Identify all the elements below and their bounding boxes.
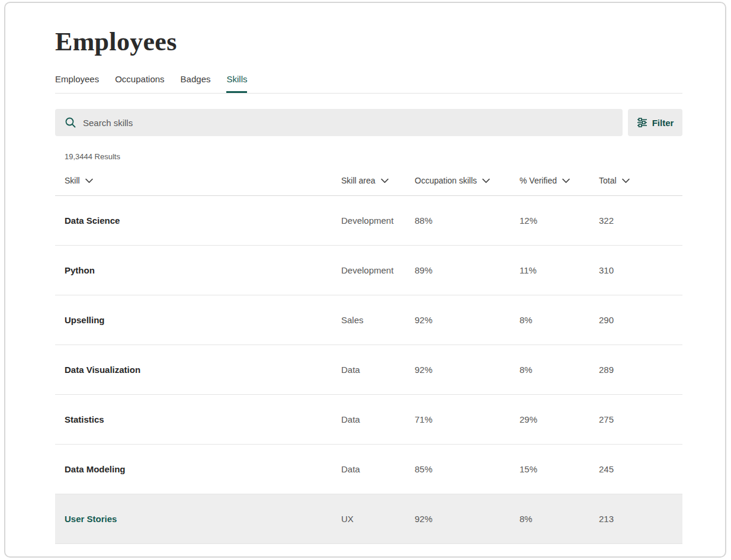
tab-bar: EmployeesOccupationsBadgesSkills [55, 74, 682, 94]
cell-skill[interactable]: Python [65, 265, 341, 275]
column-header-label: Occupation skills [415, 176, 477, 185]
cell-skill[interactable]: Data Science [65, 215, 341, 226]
table-row[interactable]: Statistics Data 71% 29% 275 [55, 395, 682, 445]
cell-skill[interactable]: Statistics [65, 414, 341, 424]
tab-badges[interactable]: Badges [181, 74, 211, 93]
column-header-label: Total [599, 176, 617, 185]
cell-occupation-skills: 92% [415, 315, 520, 325]
table-body: Data Science Development 88% 12% 322 Pyt… [55, 196, 682, 544]
cell-occupation-skills: 92% [415, 365, 520, 375]
main-content: Employees EmployeesOccupationsBadgesSkil… [5, 28, 682, 544]
tab-occupations[interactable]: Occupations [115, 74, 164, 93]
cell-pct-verified: 8% [520, 365, 599, 375]
cell-total: 289 [599, 365, 682, 375]
cell-pct-verified: 15% [520, 464, 599, 474]
results-count: 19,3444 Results [55, 152, 682, 161]
cell-occupation-skills: 71% [415, 414, 520, 424]
cell-total: 275 [599, 414, 682, 424]
cell-total: 310 [599, 265, 682, 275]
cell-occupation-skills: 92% [415, 514, 520, 524]
cell-pct-verified: 29% [520, 414, 599, 424]
tab-employees[interactable]: Employees [55, 74, 99, 93]
column-header-total[interactable]: Total [599, 176, 682, 185]
cell-skill-area: Data [341, 365, 415, 375]
filter-sliders-icon [637, 117, 647, 128]
table-row[interactable]: Upselling Sales 92% 8% 290 [55, 295, 682, 345]
cell-skill[interactable]: Data Modeling [65, 464, 341, 474]
table-header-row: Skill Skill area Occupation skills % Ver… [55, 165, 682, 196]
cell-skill-area: Data [341, 464, 415, 474]
page-title: Employees [55, 28, 682, 56]
search-input[interactable] [83, 118, 613, 128]
cell-skill[interactable]: Data Visualization [65, 365, 341, 375]
filter-button[interactable]: Filter [628, 109, 682, 136]
chevron-down-icon [482, 178, 490, 184]
cell-skill-area: UX [341, 514, 415, 524]
column-header--verified[interactable]: % Verified [520, 176, 599, 185]
table-row[interactable]: Python Development 89% 11% 310 [55, 246, 682, 295]
cell-skill-area: Data [341, 414, 415, 424]
table-row[interactable]: Data Science Development 88% 12% 322 [55, 196, 682, 246]
cell-skill[interactable]: User Stories [65, 514, 341, 524]
column-header-skill[interactable]: Skill [65, 176, 341, 185]
page-frame: Employees EmployeesOccupationsBadgesSkil… [4, 2, 726, 558]
tab-skills[interactable]: Skills [226, 74, 247, 93]
cell-pct-verified: 8% [520, 514, 599, 524]
cell-skill-area: Sales [341, 315, 415, 325]
cell-total: 322 [599, 215, 682, 226]
cell-occupation-skills: 88% [415, 215, 520, 226]
cell-skill[interactable]: Upselling [65, 315, 341, 325]
cell-total: 213 [599, 514, 682, 524]
filter-button-label: Filter [652, 118, 674, 128]
table-row[interactable]: Data Visualization Data 92% 8% 289 [55, 345, 682, 395]
column-header-label: % Verified [520, 176, 557, 185]
column-header-skill-area[interactable]: Skill area [341, 176, 415, 185]
column-header-label: Skill area [341, 176, 376, 185]
cell-skill-area: Development [341, 215, 415, 226]
search-icon [65, 117, 76, 128]
chevron-down-icon [622, 178, 630, 184]
cell-pct-verified: 8% [520, 315, 599, 325]
cell-skill-area: Development [341, 265, 415, 275]
chevron-down-icon [562, 178, 570, 184]
cell-occupation-skills: 89% [415, 265, 520, 275]
chevron-down-icon [381, 178, 389, 184]
cell-total: 290 [599, 315, 682, 325]
cell-pct-verified: 11% [520, 265, 599, 275]
table-row[interactable]: User Stories UX 92% 8% 213 [55, 494, 682, 544]
cell-total: 245 [599, 464, 682, 474]
cell-pct-verified: 12% [520, 215, 599, 226]
chevron-down-icon [85, 178, 93, 184]
column-header-label: Skill [65, 176, 80, 185]
search-box[interactable] [55, 109, 623, 136]
column-header-occupation-skills[interactable]: Occupation skills [415, 176, 520, 185]
table-row[interactable]: Data Modeling Data 85% 15% 245 [55, 445, 682, 494]
cell-occupation-skills: 85% [415, 464, 520, 474]
skills-table: Skill Skill area Occupation skills % Ver… [55, 165, 682, 544]
toolbar: Filter [55, 109, 682, 136]
